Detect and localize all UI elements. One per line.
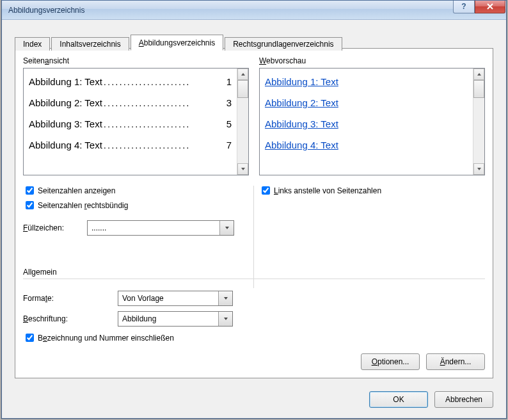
checkbox-label: Bezeichnung und Nummer einschließen (38, 334, 174, 343)
tab-inhaltsverzeichnis[interactable]: Inhaltsverzeichnis (51, 37, 129, 51)
ok-button[interactable]: OK (369, 391, 428, 408)
close-button[interactable] (475, 1, 505, 13)
scroll-thumb[interactable] (237, 80, 248, 98)
checkbox-label: Seitenzahlen rechtsbündig (38, 201, 128, 210)
leader-dots: ...................... (104, 97, 221, 108)
preview-text: Abbildung 2: Text (29, 97, 102, 108)
window-title: Abbildungsverzeichnis (8, 6, 84, 15)
preview-row: Abbildung 3: Text ......................… (29, 118, 232, 129)
print-preview-section: Seitenansicht Abbildung 1: Text ........… (23, 56, 254, 236)
web-preview-link: Abbildung 2: Text (265, 97, 468, 108)
tab-strip: Index Inhaltsverzeichnis Abbildungsverze… (15, 34, 493, 50)
options-button[interactable]: Optionen... (361, 353, 420, 370)
modify-button[interactable]: Ändern... (426, 353, 485, 370)
chevron-down-icon (223, 296, 228, 301)
preview-text: Abbildung 1: Text (29, 76, 102, 87)
chevron-up-icon (241, 72, 246, 77)
checkbox-use-links[interactable] (262, 186, 270, 195)
group-label-allgemein: Allgemein (23, 268, 485, 277)
web-preview-link: Abbildung 1: Text (265, 76, 468, 87)
help-button[interactable]: ? (453, 1, 475, 13)
formats-combobox[interactable]: Von Vorlage (118, 291, 233, 306)
fill-char-combobox[interactable]: ....... (87, 220, 234, 236)
combo-value: ....... (88, 223, 219, 232)
dialog-window: Abbildungsverzeichnis ? Index Inhaltsver… (1, 0, 507, 419)
chevron-down-icon (241, 166, 246, 172)
tab-abbildungsverzeichnis[interactable]: Abbildungsverzeichnis (131, 35, 223, 51)
checkbox-show-page-numbers[interactable] (26, 186, 34, 195)
chevron-down-icon (477, 166, 482, 172)
general-group: Allgemein Formate: Von Vorlage Beschri (23, 268, 485, 349)
checkbox-right-align[interactable] (26, 201, 34, 209)
web-preview-link: Abbildung 3: Text (265, 118, 468, 129)
button-label: Ändern... (440, 357, 472, 366)
button-label: OK (393, 395, 404, 404)
chevron-up-icon (477, 72, 482, 77)
chevron-down-icon (225, 225, 230, 230)
preview-page: 5 (223, 118, 232, 129)
preview-text: Abbildung 4: Text (29, 140, 102, 150)
scroll-up-button[interactable] (237, 69, 248, 80)
dropdown-button[interactable] (219, 221, 234, 235)
caption-label: Beschriftung: (23, 314, 118, 323)
close-icon (486, 3, 494, 10)
leader-dots: ...................... (104, 76, 221, 87)
dialog-body: Index Inhaltsverzeichnis Abbildungsverze… (2, 20, 506, 418)
preview-page: 3 (223, 97, 232, 108)
chevron-down-icon (223, 316, 228, 321)
web-preview-list: Abbildung 1: Text Abbildung 2: Text Abbi… (259, 68, 485, 175)
scroll-up-button[interactable] (473, 69, 484, 80)
dropdown-button[interactable] (218, 312, 232, 326)
title-bar[interactable]: Abbildungsverzeichnis ? (2, 1, 506, 20)
tab-label: Abbildungsverzeichnis (139, 38, 215, 47)
preview-page: 7 (223, 140, 232, 150)
preview-row: Abbildung 4: Text ......................… (29, 140, 232, 150)
leader-dots: ...................... (104, 118, 221, 129)
button-label: Optionen... (372, 357, 409, 366)
cancel-button[interactable]: Abbrechen (434, 391, 493, 408)
preview-row: Abbildung 2: Text ......................… (29, 97, 232, 108)
web-preview-section: Webvorschau Abbildung 1: Text Abbildung … (254, 56, 485, 236)
dialog-button-row: OK Abbrechen (369, 391, 493, 408)
combo-value: Abbildung (118, 314, 218, 323)
section-label-seitenansicht: Seitenansicht (23, 56, 249, 65)
preview-text: Abbildung 3: Text (29, 118, 102, 129)
formats-label: Formate: (23, 294, 118, 303)
checkbox-label: Links anstelle von Seitenzahlen (274, 186, 381, 195)
tab-rechtsgrundlagenverzeichnis[interactable]: Rechtsgrundlagenverzeichnis (225, 37, 342, 51)
leader-dots: ...................... (104, 140, 221, 150)
tab-label: Inhaltsverzeichnis (60, 40, 120, 49)
button-label: Abbrechen (445, 395, 482, 404)
combo-value: Von Vorlage (118, 294, 218, 303)
print-preview-list: Abbildung 1: Text ......................… (23, 68, 249, 175)
checkbox-label: Seitenzahlen anzeigen (38, 186, 115, 195)
preview-page: 1 (223, 76, 232, 87)
fill-char-label: Füllzeichen: (23, 223, 87, 232)
inner-button-row: Optionen... Ändern... (361, 353, 485, 370)
tab-index[interactable]: Index (15, 37, 50, 51)
scroll-thumb[interactable] (473, 80, 484, 98)
scrollbar[interactable] (473, 69, 484, 175)
tab-page: Seitenansicht Abbildung 1: Text ........… (15, 48, 493, 378)
web-preview-link: Abbildung 4: Text (265, 140, 468, 150)
tab-label: Rechtsgrundlagenverzeichnis (233, 40, 333, 49)
help-icon: ? (461, 2, 466, 11)
checkbox-include-label-number[interactable] (26, 334, 34, 342)
section-label-webvorschau: Webvorschau (259, 56, 485, 65)
preview-row: Abbildung 1: Text ......................… (29, 76, 232, 87)
dropdown-button[interactable] (218, 291, 232, 305)
tab-label: Index (23, 40, 42, 49)
scroll-down-button[interactable] (473, 163, 484, 175)
scroll-down-button[interactable] (237, 163, 248, 175)
scrollbar[interactable] (237, 69, 248, 175)
caption-combobox[interactable]: Abbildung (118, 311, 233, 327)
